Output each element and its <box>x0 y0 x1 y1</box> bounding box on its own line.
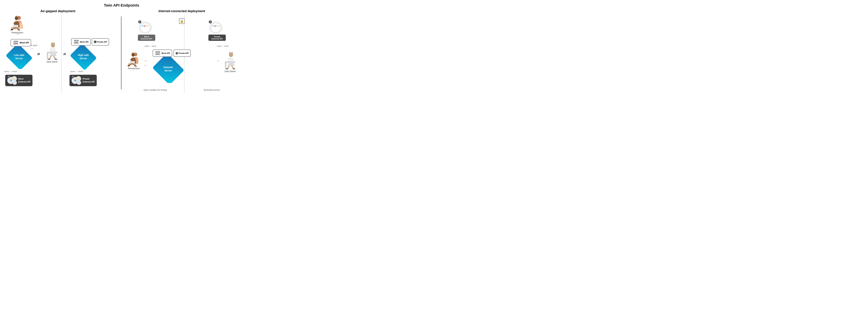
right-researchers-icon <box>126 51 142 66</box>
researchers-icon <box>9 15 26 30</box>
datasite-mock-api-box: 10101001 Mock API <box>153 50 172 57</box>
private-cloud-cluster: ❄ Q ● aws ··· ? <box>208 20 224 34</box>
datasite-server-label: DatasiteServer <box>163 66 173 73</box>
question-badge-left: ? <box>7 75 10 78</box>
q-icon-top-right: Q <box>214 25 216 27</box>
binary-icon-high: 10101001 <box>73 39 80 44</box>
svg-point-13 <box>55 59 57 60</box>
page-title: Twin API Endpoints <box>0 0 243 9</box>
cloud-outer-right: ❄ Q ● aws ··· <box>209 22 222 33</box>
query-result-right-left: query ↑↓ result <box>145 45 156 47</box>
cloud-icons-left: ❄ aws ? ● <box>7 76 17 85</box>
server-to-researchers-arrow: ← <box>144 63 147 67</box>
private-external-api-right-top: ❄ Q ● aws ··· ? PrivateExternal API <box>208 20 226 41</box>
dots-left: ··· <box>16 83 17 85</box>
low-to-owner-arrows: ⇄ <box>37 52 40 56</box>
datasite-server-group: 10101001 Mock API ⊞ Private API <box>151 50 191 83</box>
gcp-icon-left: ● <box>14 82 15 83</box>
svg-point-12 <box>48 59 50 60</box>
left-section: Air-gapped deployment <box>3 9 121 93</box>
aws-top-right: aws <box>217 25 219 27</box>
datasite-private-api-box: ⊞ Private API <box>174 50 191 57</box>
mock-cloud-cluster: ❄ Q ● aws ··· ? <box>138 20 154 34</box>
researchers-to-server-arrow: → <box>144 59 147 63</box>
aws-icon-left: aws <box>13 78 16 80</box>
dots-right: ··· <box>80 83 81 85</box>
mock-external-api-right-top: ❄ Q ● aws ··· ? MockExternal API <box>138 20 155 41</box>
lock-icon-group: 🔒 <box>179 18 185 24</box>
high-side-diamond: High sideServer <box>69 44 98 70</box>
cloud-icons-right: ❄ aws ? ● ··· <box>71 76 81 85</box>
svg-point-18 <box>131 53 135 57</box>
owner-to-datasite-arrow: ← <box>217 59 220 63</box>
private-external-api-top-label: PrivateExternal API <box>208 35 226 41</box>
q-icon-top-left: Q <box>144 25 145 27</box>
right-diagram: Open sandbox for testing Restricted acce… <box>124 15 240 93</box>
svg-point-6 <box>10 29 13 30</box>
cloud-outer-left: ❄ Q ● aws ··· <box>139 22 152 33</box>
mock-external-api-top-label: MockExternal API <box>138 35 155 41</box>
question-badge-right: ? <box>71 75 74 78</box>
dots-top-right: ··· <box>215 29 217 31</box>
query-result-right: query ↑↓ result <box>70 71 83 73</box>
data-owner-group: Data Owner <box>44 43 60 63</box>
high-mock-api-label: Mock API <box>80 41 89 43</box>
svg-rect-30 <box>228 62 234 65</box>
page-container: Twin API Endpoints Air-gapped deployment <box>0 0 243 93</box>
low-mock-api-box: 10101001 Mock API <box>10 39 31 47</box>
low-side-diamond: Low sideServer <box>5 45 33 69</box>
in-sync-arrow: → <box>30 47 40 50</box>
datasite-mock-api-label: Mock API <box>161 52 170 54</box>
cloud-inner-left: ❄ Q ● aws ··· <box>141 23 150 32</box>
high-side-server-group: 10101001 Mock API ⊞ Private API <box>69 38 109 70</box>
left-diagram: Researchers ↑↓ 10101001 Mock API <box>3 15 119 93</box>
dots-top-left: ··· <box>145 29 146 31</box>
mock-external-api-left: ❄ aws ? ● <box>5 75 32 86</box>
svg-rect-15 <box>50 55 57 56</box>
private-external-api-box-left: ❄ aws ? ● ··· Private <box>69 75 97 86</box>
right-researchers-label: Researchers <box>126 67 142 70</box>
svg-point-2 <box>15 16 18 20</box>
high-private-api-label: Private API <box>97 41 107 43</box>
svg-rect-31 <box>227 65 235 65</box>
low-side-server-group: 10101001 Mock API <box>5 39 33 69</box>
private-external-api-text-left: Private External API <box>83 78 95 83</box>
restricted-access-label: Restricted access <box>186 89 237 91</box>
lock-icon: 🔒 <box>180 19 184 23</box>
low-side-server-label: Low sideServer <box>14 54 24 60</box>
researchers-group: Researchers <box>9 15 26 34</box>
data-owner-label-left: Data Owner <box>44 61 60 63</box>
right-data-owner-label: Data Owner <box>222 70 238 73</box>
datasite-private-api-label: Private API <box>179 52 189 54</box>
snowflake-top-left: ❄ <box>142 25 144 27</box>
right-researchers-group: Researchers <box>126 51 142 70</box>
open-sandbox-label: Open sandbox for testing <box>130 89 181 91</box>
left-section-title: Air-gapped deployment <box>0 9 119 13</box>
cloud-inner-right: ❄ Q ● aws ··· <box>211 23 221 32</box>
gcp-top-right: ● <box>216 25 217 27</box>
private-external-api-left: ❄ aws ? ● ··· Private <box>69 75 97 86</box>
high-side-server-label: High sideServer <box>78 54 89 60</box>
owner-to-high-arrows: ⇄ <box>63 52 66 56</box>
svg-point-28 <box>226 68 228 69</box>
right-section-title: Internet-connected deployment <box>124 9 240 13</box>
left-dashed-divider <box>61 15 62 93</box>
query-result-left: query ↑↓ result <box>4 71 17 73</box>
aws-top-left: aws <box>147 25 149 27</box>
high-mock-api-box: 10101001 Mock API <box>71 38 91 46</box>
svg-rect-14 <box>50 52 56 56</box>
binary-icon-datasite: 10101001 <box>155 51 161 56</box>
binary-icon-left: 10101001 <box>13 40 19 45</box>
right-data-owner-icon <box>222 52 238 69</box>
datasite-diamond: DatasiteServer <box>151 55 186 83</box>
question-badge-top-right: ? <box>209 20 212 24</box>
mock-external-api-box-left: ❄ aws ? ● <box>5 75 32 86</box>
right-section: Internet-connected deployment Open sandb… <box>121 9 240 93</box>
query-result-right-right: query ↑↓ result <box>217 45 228 47</box>
low-mock-api-label: Mock API <box>20 41 29 44</box>
gcp-top-left: ● <box>145 25 146 27</box>
svg-point-22 <box>127 65 130 66</box>
snowflake-top-right: ❄ <box>212 25 214 27</box>
svg-point-29 <box>232 68 235 69</box>
mock-external-api-text-left: Mock External API <box>18 78 30 83</box>
